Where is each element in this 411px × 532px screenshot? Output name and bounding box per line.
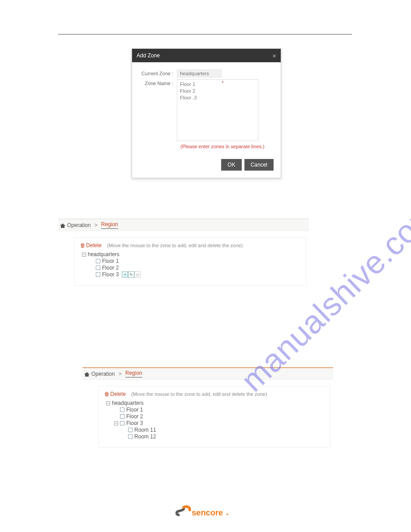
spacer: [114, 408, 118, 412]
tree-node[interactable]: Floor 1: [90, 258, 300, 264]
current-zone-row: Current Zone : headquarters: [139, 69, 274, 77]
tree-node[interactable]: Room 11: [122, 427, 325, 433]
checkbox[interactable]: [128, 428, 133, 432]
row-tools: + ✎ ⊘: [122, 271, 141, 278]
collapse-icon[interactable]: −: [82, 253, 86, 257]
trash-icon: 🗑: [104, 391, 109, 397]
crumb-separator: >: [94, 222, 98, 228]
collapse-icon[interactable]: −: [114, 421, 118, 425]
spacer: [90, 273, 94, 277]
crumb-separator: >: [119, 371, 122, 377]
checkbox[interactable]: [128, 434, 133, 439]
delete-label: Delete: [86, 242, 102, 249]
ok-button[interactable]: OK: [221, 159, 241, 171]
region-panel-2: Operation > Region 🗑 Delete (Move the mo…: [82, 367, 333, 457]
tree-node[interactable]: − Floor 3 Room 11: [114, 420, 325, 440]
trash-icon: 🗑: [80, 242, 85, 249]
tree-node-label: Room 11: [134, 427, 156, 433]
checkbox[interactable]: [120, 414, 124, 419]
tree-node[interactable]: Room 12: [122, 433, 325, 440]
panel-body: 🗑 Delete (Move the mouse to the zone to …: [98, 386, 330, 448]
instruction-text: (Move the mouse to the zone to add, edit…: [131, 391, 267, 397]
cancel-button[interactable]: Cancel: [244, 159, 274, 171]
toolbar: 🗑 Delete (Move the mouse to the zone to …: [104, 391, 325, 397]
tree-root[interactable]: − headquarters: [82, 251, 300, 257]
tree-node[interactable]: Floor 2: [114, 413, 325, 420]
logo-text: sencore: [192, 508, 223, 517]
tree-node[interactable]: Floor 1: [114, 407, 325, 413]
add-zone-dialog: Add Zone × Current Zone : headquarters Z…: [132, 48, 281, 178]
tree-node-label: Floor 1: [126, 407, 143, 413]
delete-icon[interactable]: ⊘: [134, 271, 141, 278]
tree-root[interactable]: − headquarters: [106, 400, 325, 406]
spacer: [90, 266, 94, 270]
current-zone-value: headquarters: [177, 69, 222, 77]
tree-node-label: Room 12: [134, 433, 156, 440]
delete-button[interactable]: 🗑 Delete: [80, 242, 102, 249]
spacer: [122, 428, 126, 432]
add-icon[interactable]: +: [122, 271, 128, 278]
spacer: [122, 435, 126, 439]
checkbox[interactable]: [96, 266, 100, 270]
crumb-operation[interactable]: Operation: [91, 371, 115, 377]
tree-node[interactable]: Floor 2: [90, 265, 300, 271]
crumb-operation[interactable]: Operation: [67, 222, 91, 228]
dialog-body: Current Zone : headquarters Zone Name : …: [132, 62, 281, 153]
toolbar: 🗑 Delete (Move the mouse to the zone to …: [80, 242, 300, 249]
tree-node-label: Floor 1: [102, 258, 119, 264]
tree-node-label: Floor 2: [126, 413, 143, 420]
zone-tree: − headquarters Floor 1 Floor 2: [80, 251, 300, 278]
svg-point-0: [227, 514, 228, 515]
zone-name-label: Zone Name :: [139, 79, 177, 141]
required-mark: *: [222, 80, 223, 86]
checkbox[interactable]: [120, 421, 124, 425]
region-panel-1: Operation > Region 🗑 Delete (Move the mo…: [58, 219, 309, 295]
close-icon[interactable]: ×: [272, 52, 276, 60]
spacer: [90, 259, 94, 263]
dialog-footer: OK Cancel: [132, 153, 281, 178]
tree-node[interactable]: Floor 3 + ✎ ⊘: [90, 271, 300, 278]
crumb-region[interactable]: Region: [125, 370, 142, 378]
sencore-logo: sencore: [0, 504, 411, 521]
tree-root-label: headquarters: [112, 400, 144, 406]
checkbox[interactable]: [96, 272, 100, 277]
spacer: [114, 415, 118, 419]
instruction-text: (Move the mouse to the zone to add, edit…: [107, 243, 243, 248]
zone-name-hint: (Please enter zones in separate lines.): [180, 144, 274, 149]
zone-name-row: Zone Name : *: [139, 79, 274, 141]
edit-icon[interactable]: ✎: [128, 271, 134, 278]
breadcrumb: Operation > Region: [58, 219, 309, 231]
zone-tree: − headquarters Floor 1 Floor 2: [104, 400, 325, 440]
panel-body: 🗑 Delete (Move the mouse to the zone to …: [74, 237, 306, 286]
tree-node-label: Floor 2: [102, 265, 119, 271]
zone-name-input[interactable]: [177, 79, 258, 141]
dialog-title: Add Zone: [137, 52, 160, 59]
delete-button[interactable]: 🗑 Delete: [104, 391, 126, 397]
tree-node-label: Floor 3: [126, 420, 143, 426]
tree-node-label: Floor 3: [102, 271, 119, 278]
delete-label: Delete: [110, 391, 126, 397]
page-rule: [58, 34, 352, 34]
current-zone-label: Current Zone :: [139, 69, 177, 77]
crumb-region[interactable]: Region: [101, 221, 118, 229]
dialog-header: Add Zone ×: [132, 49, 281, 62]
breadcrumb: Operation > Region: [82, 367, 333, 380]
checkbox[interactable]: [120, 408, 124, 412]
tree-root-label: headquarters: [88, 251, 120, 257]
checkbox[interactable]: [96, 259, 100, 263]
collapse-icon[interactable]: −: [106, 401, 110, 405]
